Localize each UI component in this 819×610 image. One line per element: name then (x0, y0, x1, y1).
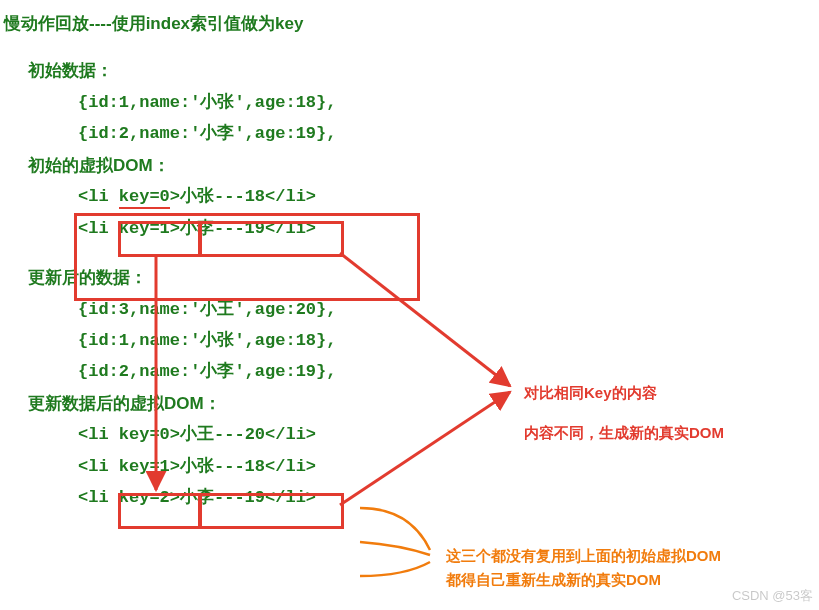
li-open: <li (78, 187, 119, 206)
key-token: key=0 (119, 187, 170, 209)
initial-vdom-row: <li key=0>小张---18</li> (0, 181, 819, 212)
annotation-no-reuse-2: 都得自己重新生成新的真实DOM (446, 566, 661, 594)
annotation-diff-dom: 内容不同，生成新的真实DOM (524, 419, 724, 447)
updated-data-row: {id:2,name:'小李',age:19}, (0, 356, 819, 387)
annotation-compare-key: 对比相同Key的内容 (524, 379, 657, 407)
initial-vdom-heading: 初始的虚拟DOM： (0, 150, 819, 181)
li-content: 小王---20</li> (180, 425, 316, 444)
highlight-box-key0-bottom (118, 493, 202, 529)
li-gt: > (170, 425, 180, 444)
initial-data-heading: 初始数据： (0, 55, 819, 86)
updated-vdom-heading: 更新数据后的虚拟DOM： (0, 388, 819, 419)
page-title: 慢动作回放----使用index索引值做为key (0, 0, 819, 41)
initial-data-row: {id:1,name:'小张',age:18}, (0, 87, 819, 118)
li-rest: >小张---18</li> (170, 187, 316, 206)
highlight-box-key0-top (118, 221, 202, 257)
watermark: CSDN @53客 (732, 584, 813, 608)
highlight-box-content-top (198, 221, 344, 257)
li-open: <li (78, 425, 119, 444)
updated-vdom-row: <li key=1>小张---18</li> (0, 451, 819, 482)
highlight-box-content-bottom (198, 493, 344, 529)
initial-data-row: {id:2,name:'小李',age:19}, (0, 118, 819, 149)
key-token: key=0 (119, 425, 170, 444)
updated-data-row: {id:1,name:'小张',age:18}, (0, 325, 819, 356)
